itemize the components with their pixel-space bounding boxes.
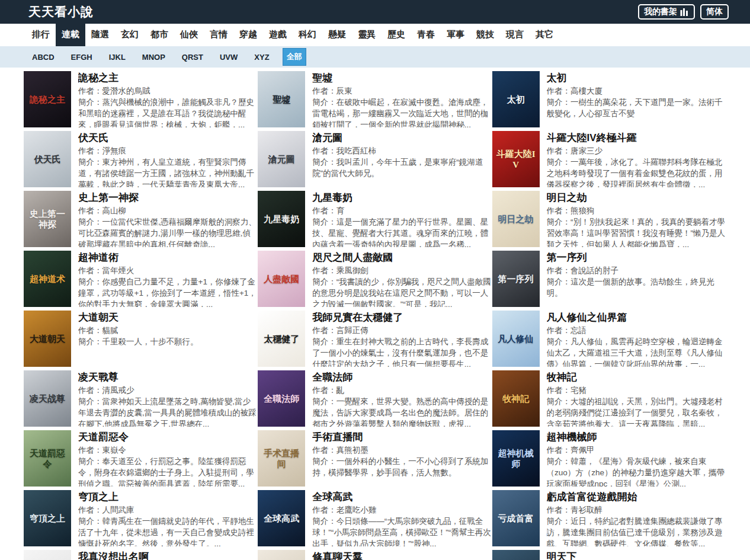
nav-item-9[interactable]: 遊戲 [263,24,293,46]
book-cover[interactable]: 我 [24,550,71,560]
book-card: 聖墟 聖墟 作者：辰東 簡介：在破敗中崛起，在寂滅中復甦。滄海成塵，雷電枯竭，那… [258,71,492,127]
book-info: 明天下 [547,550,726,560]
letter-filter-item-5[interactable]: QRST [178,50,207,65]
book-title-link[interactable]: 修真聊天羣 [312,550,492,560]
book-cover[interactable]: 天道罰惡令 [24,430,71,487]
book-cover[interactable]: 凡人修仙 [492,311,540,367]
book-title-link[interactable]: 天道罰惡令 [78,430,258,444]
nav-item-12[interactable]: 靈異 [352,24,382,46]
book-intro: 簡介：“別！別扶我起來！真的，我真的要躺着才學習效率高！這叫學習習慣！我沒有睡覺… [547,216,726,247]
book-title-link[interactable]: 虧成首富從遊戲開始 [547,490,726,504]
book-card: 詭秘之主 詭秘之主 作者：愛潛水的烏賊 簡介：蒸汽與機械的浪潮中，誰能觸及非凡？… [24,71,258,127]
book-title-link[interactable]: 明天下 [547,550,726,560]
book-cover[interactable]: 全球高武 [258,490,305,546]
nav-item-14[interactable]: 青春 [411,24,441,46]
letter-filter-item-8[interactable]: 全部 [283,48,306,66]
book-cover[interactable]: 大道朝天 [24,311,71,367]
book-cover[interactable]: 第一序列 [492,251,540,307]
book-cover[interactable]: 明天下 [492,550,540,560]
book-title-link[interactable]: 超神機械師 [547,430,726,444]
book-cover[interactable]: 史上第一神探 [24,191,71,247]
book-cover[interactable]: 太穩健了 [258,311,305,367]
nav-item-1[interactable]: 排行 [26,24,56,46]
book-author: 作者：忘語 [547,325,726,336]
nav-item-3[interactable]: 隨選 [85,24,115,46]
book-title-link[interactable]: 史上第一神探 [78,191,258,204]
book-title-link[interactable]: 伏天氏 [78,131,258,145]
book-cover[interactable]: 明日之劫 [492,191,540,247]
book-cover[interactable]: 太初 [492,71,540,127]
book-title-link[interactable]: 聖墟 [312,71,492,85]
book-cover[interactable]: 全職法師 [258,370,305,427]
letter-filter-item-6[interactable]: UVW [216,50,241,65]
letter-filter-item-7[interactable]: XYZ [251,50,273,65]
book-info: 手術直播間 作者：真熊初墨 簡介：一個外科的小醫生，一不小心得到了系統加持，橫掃… [312,430,492,487]
book-title-link[interactable]: 詭秘之主 [78,71,258,85]
book-title-link[interactable]: 全球高武 [312,490,492,504]
book-author: 作者：貓膩 [78,325,258,336]
book-card: 凌天战尊 凌天戰尊 作者：清風戒少 簡介：當衆神如天上流星墜落之時,萬物皆變,當… [24,370,258,427]
book-cover[interactable]: 穹頂之上 [24,490,71,546]
book-cover[interactable]: 凌天战尊 [24,370,71,427]
letter-filter-item-4[interactable]: MNOP [139,50,169,65]
site-logo[interactable]: 天天看小說 [28,4,94,20]
book-title-link[interactable]: 超神道術 [78,251,258,264]
nav-item-15[interactable]: 軍事 [441,24,470,46]
book-title-link[interactable]: 我師兄實在太穩健了 [312,311,492,324]
book-cover[interactable]: 超神机械师 [492,430,540,487]
book-title-link[interactable]: 咫尺之間人盡敵國 [312,251,492,264]
book-cover[interactable]: 斗羅大陸IV [492,131,540,187]
nav-item-16[interactable]: 競技 [470,24,500,46]
cover-title-text: 全球高武 [264,513,299,524]
book-title-link[interactable]: 手術直播間 [312,430,492,444]
book-intro: 簡介：今日頭條——“大馬宗師突破九品，征戰全球！”“小馬宗師問鼎至高，橫掃歐亞！… [312,516,492,546]
nav-item-4[interactable]: 玄幻 [115,24,145,46]
book-title-link[interactable]: 我真沒想出名啊 [78,550,258,560]
book-title-link[interactable]: 全職法師 [312,370,492,384]
book-title-link[interactable]: 滄元圖 [312,131,492,145]
book-title-link[interactable]: 九星毒奶 [312,191,492,204]
nav-item-10[interactable]: 科幻 [293,24,322,46]
my-bookshelf-button[interactable]: 我的書架 [638,4,695,20]
nav-item-2[interactable]: 連載 [56,24,85,46]
book-cover[interactable]: 伏天氏 [24,131,71,187]
book-title-link[interactable]: 斗羅大陸IV終極斗羅 [547,131,726,145]
book-cover[interactable]: 手术直播间 [258,430,305,487]
nav-item-13[interactable]: 歷史 [382,24,411,46]
book-cover[interactable]: 牧神記 [492,370,540,427]
book-title-link[interactable]: 凡人修仙之仙界篇 [547,311,726,324]
book-author: 作者：清風戒少 [78,385,258,396]
book-cover[interactable]: 滄元圖 [258,131,305,187]
book-title-link[interactable]: 牧神記 [547,370,726,384]
book-title-link[interactable]: 大道朝天 [78,311,258,324]
book-title-link[interactable]: 明日之劫 [547,191,726,204]
book-cover[interactable]: 詭秘之主 [24,71,71,127]
cover-title-text: 伏天氏 [34,154,61,165]
book-cover[interactable]: 聖墟 [258,71,305,127]
cover-title-text: 斗羅大陸IV [495,149,537,170]
nav-item-8[interactable]: 穿越 [233,24,263,46]
nav-item-17[interactable]: 現言 [500,24,530,46]
book-cover[interactable]: 九星毒奶 [258,191,305,247]
nav-item-6[interactable]: 仙俠 [174,24,204,46]
book-title-link[interactable]: 太初 [547,71,726,85]
letter-filter-item-1[interactable]: ABCD [28,50,58,65]
book-grid: 詭秘之主 詭秘之主 作者：愛潛水的烏賊 簡介：蒸汽與機械的浪潮中，誰能觸及非凡？… [0,68,750,560]
letter-filter-item-2[interactable]: EFGH [68,50,96,65]
nav-item-11[interactable]: 懸疑 [322,24,352,46]
nav-item-18[interactable]: 其它 [530,24,559,46]
book-title-link[interactable]: 凌天戰尊 [78,370,258,384]
book-author: 作者：人間武庫 [78,504,258,516]
book-title-link[interactable]: 第一序列 [547,251,726,264]
nav-item-5[interactable]: 都市 [145,24,174,46]
book-card: 修真聊天群 修真聊天羣 [258,550,492,560]
book-cover[interactable]: 修真聊天群 [258,550,305,560]
book-cover[interactable]: 超神道术 [24,251,71,307]
book-author: 作者：會說話的肘子 [547,265,726,276]
simplified-chinese-toggle-button[interactable]: 简体 [700,4,729,20]
book-title-link[interactable]: 穹頂之上 [78,490,258,504]
book-cover[interactable]: 亏成首富 [492,490,540,546]
book-cover[interactable]: 人盡敵國 [258,251,305,307]
nav-item-7[interactable]: 言情 [204,24,233,46]
letter-filter-item-3[interactable]: IJKL [105,50,129,65]
